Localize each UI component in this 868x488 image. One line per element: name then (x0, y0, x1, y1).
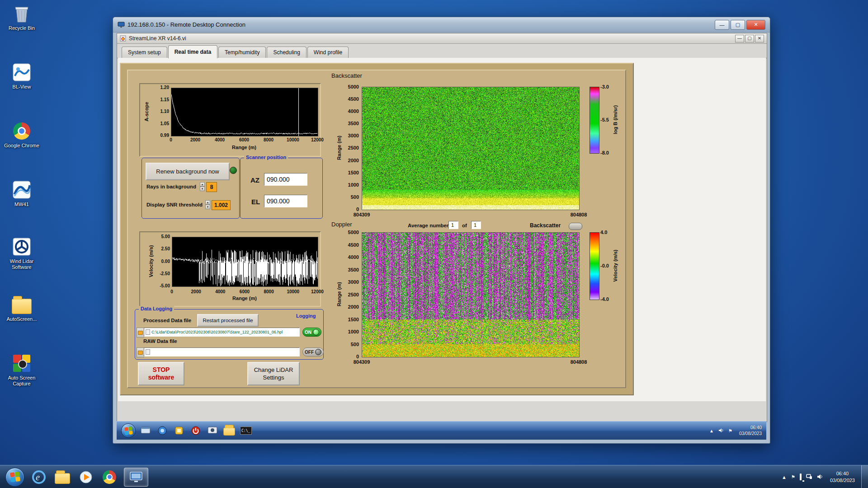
desktop-icon-autoscreen-folder[interactable]: AutoScreen... (0, 295, 43, 322)
restart-processed-file-button[interactable]: Restart processed file (197, 314, 259, 327)
tab-wind-profile[interactable]: Wind profile (307, 47, 349, 58)
axis-tick-label: 2000 (187, 137, 203, 142)
session-taskbar-icon-capture-app[interactable] (206, 424, 219, 437)
svg-text:e: e (36, 472, 40, 482)
session-taskbar-icon-app-yellow[interactable] (172, 424, 186, 437)
rdp-titlebar[interactable]: 192.168.0.150 - Remote Desktop Connectio… (113, 17, 770, 33)
tray-volume-icon[interactable] (817, 474, 823, 480)
axis-tick-label: -0.0 (600, 263, 609, 268)
session-taskbar: C:\_ ▲ ⚑ 06:40 03/08/2023 (117, 421, 766, 440)
session-tray-flag-icon[interactable]: ⚑ (728, 428, 732, 433)
taskbar-clock[interactable]: 06:40 03/08/2023 (830, 470, 855, 484)
session-tray-expand-icon[interactable]: ▲ (709, 428, 714, 433)
snr-stepper[interactable]: ▲▼ (205, 200, 210, 209)
backscatter-x-start-label: 804309 (348, 212, 375, 217)
taskbar-icon-file-explorer[interactable] (53, 468, 71, 486)
tab-temp-humidity[interactable]: Temp/humidity (218, 47, 266, 58)
el-input[interactable]: 090.000 (264, 195, 307, 207)
inner-panel: A-scope 1.201.151.101.050.99 02000400060… (127, 70, 626, 388)
stop-software-button[interactable]: STOP software (138, 362, 184, 385)
session-taskbar-icon-window[interactable] (139, 424, 152, 437)
tab-real-time-data[interactable]: Real time data (168, 45, 217, 58)
tray-action-center-icon[interactable]: ⚑ (791, 474, 795, 479)
taskbar-icon-media-player[interactable] (77, 468, 95, 486)
session-clock[interactable]: 06:40 03/08/2023 (739, 425, 762, 436)
ascope-x-axis-label: Range (m) (171, 145, 317, 150)
axis-tick-label: 500 (351, 194, 359, 200)
file-glyph-icon (146, 349, 150, 355)
velocity-x-ticks: 020004000600080001000012000 (164, 289, 326, 294)
backscatter-heatmap (362, 87, 580, 210)
app-close-button[interactable]: ✕ (755, 35, 764, 42)
session-clock-date: 03/08/2023 (739, 431, 762, 436)
change-lidar-settings-button[interactable]: Change LiDAR Settings (247, 362, 300, 385)
axis-tick-label: 1000 (348, 329, 359, 334)
axis-tick-label: 0 (356, 206, 359, 212)
rdp-close-button[interactable]: ✕ (746, 20, 765, 30)
start-button[interactable] (5, 468, 24, 487)
ascope-y-ticks: 1.201.151.101.050.99 (151, 85, 169, 138)
backscatter-toggle[interactable] (569, 223, 582, 230)
axis-tick-label: 3500 (348, 267, 359, 272)
desktop-icon-mw41[interactable]: MW41 (0, 180, 43, 207)
tray-display-icon[interactable] (800, 474, 802, 479)
processed-logging-toggle[interactable]: ON (302, 328, 321, 337)
taskbar-icon-internet-explorer[interactable]: e (30, 468, 48, 486)
rays-in-background-label: Rays in background (146, 184, 196, 189)
app-window-icon (120, 35, 126, 42)
average-count-input[interactable]: 1 (471, 221, 481, 229)
processed-path-input[interactable]: C:\Lidar\Data\Proc\2023\202308\20230807\… (144, 328, 300, 337)
snr-threshold-label: Display SNR threshold (146, 202, 203, 207)
axis-tick-label: 4.0 (600, 230, 609, 235)
rays-stepper[interactable]: ▲▼ (200, 182, 205, 191)
average-number-input[interactable]: 1 (448, 221, 458, 229)
recycle-bin-icon (12, 4, 32, 23)
processed-data-file-label: Processed Data file (143, 318, 191, 323)
velocity-plot (172, 237, 318, 287)
tray-expand-icon[interactable]: ▲ (782, 474, 787, 480)
desktop-icon-auto-screen-capture[interactable]: Auto Screen Capture (0, 353, 43, 387)
taskbar-icon-remote-desktop-active[interactable] (124, 468, 148, 487)
of-label: of (462, 223, 467, 228)
taskbar-clock-time: 06:40 (830, 470, 855, 477)
data-logging-group: Data Logging Processed Data file Restart… (135, 309, 324, 360)
desktop-icon-recycle-bin[interactable]: Recycle Bin (0, 4, 43, 31)
app-window: StreamLine XR v14-6.vi — ▢ ✕ System setu… (117, 33, 767, 422)
taskbar-icon-chrome[interactable] (100, 468, 118, 486)
renew-background-led (230, 167, 237, 174)
tab-system-setup[interactable]: System setup (122, 47, 167, 58)
raw-path-input[interactable] (144, 347, 300, 357)
processed-path-type-icon[interactable] (137, 328, 144, 338)
show-desktop-button[interactable] (861, 465, 868, 488)
session-taskbar-icon-app-blue[interactable] (156, 424, 169, 437)
session-taskbar-icon-power[interactable] (189, 424, 203, 437)
app-maximize-button[interactable]: ▢ (745, 35, 754, 42)
settings-button-line1: Change LiDAR (254, 366, 293, 374)
snr-value-input[interactable]: 1.002 (212, 200, 231, 210)
session-tray-volume-icon[interactable] (718, 428, 724, 434)
renew-background-button[interactable]: Renew background now (146, 163, 230, 180)
axis-tick-label: 3000 (348, 133, 359, 138)
doppler-title: Doppler (331, 221, 352, 228)
toggle-knob (315, 349, 321, 355)
desktop-icon-wind-lidar-software[interactable]: Wind Lidar Software (0, 237, 43, 270)
app-minimize-button[interactable]: — (735, 35, 744, 42)
session-taskbar-icon-cmd[interactable]: C:\_ (239, 424, 253, 437)
tray-network-icon[interactable] (806, 474, 812, 480)
rdp-minimize-button[interactable]: — (715, 20, 729, 30)
axis-tick-label: 4500 (348, 242, 359, 248)
session-taskbar-icon-folder[interactable] (222, 424, 236, 437)
logging-label: Logging (294, 313, 317, 319)
raw-logging-toggle[interactable]: OFF (302, 347, 324, 357)
rays-value-input[interactable]: 8 (206, 182, 217, 192)
az-input[interactable]: 090.000 (264, 173, 307, 186)
desktop-icon-bl-view[interactable]: BL-View (0, 62, 43, 90)
raw-path-type-icon[interactable] (137, 347, 144, 357)
rdp-maximize-button[interactable]: ▢ (731, 20, 745, 30)
app-titlebar[interactable]: StreamLine XR v14-6.vi — ▢ ✕ (117, 33, 767, 44)
desktop-icon-google-chrome[interactable]: Google Chrome (0, 121, 43, 149)
axis-tick-label: 12000 (309, 289, 326, 294)
tab-scheduling[interactable]: Scheduling (267, 47, 306, 58)
folder-icon (12, 295, 32, 314)
session-start-button[interactable] (121, 423, 136, 438)
